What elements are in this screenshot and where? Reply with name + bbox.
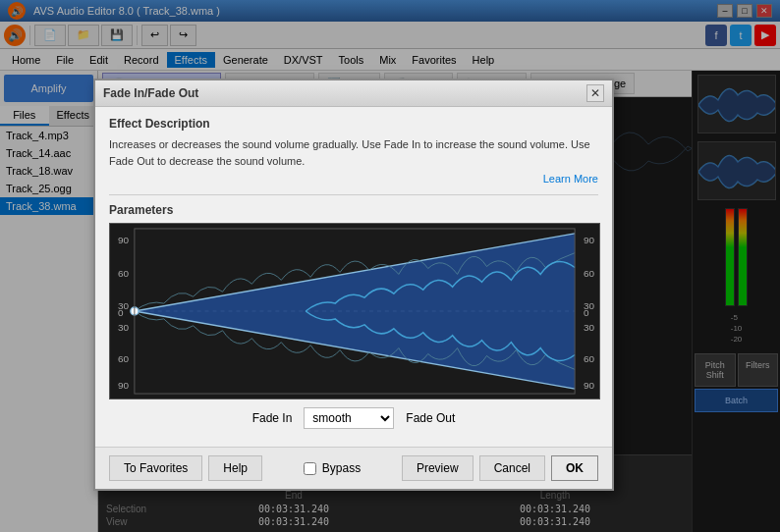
preview-button[interactable]: Preview: [402, 455, 474, 481]
svg-text:60: 60: [584, 353, 595, 364]
svg-text:60: 60: [584, 268, 595, 279]
svg-text:30: 30: [584, 322, 595, 333]
fade-dialog: Fade In/Fade Out ✕ Effect Description In…: [93, 79, 614, 491]
svg-text:0: 0: [118, 307, 124, 318]
bypass-row: Bypass: [304, 461, 361, 475]
cancel-button[interactable]: Cancel: [479, 455, 545, 481]
effect-desc-title: Effect Description: [109, 117, 598, 131]
modal-titlebar: Fade In/Fade Out ✕: [95, 80, 612, 107]
svg-text:0: 0: [584, 307, 589, 318]
fade-in-label: Fade In: [252, 411, 293, 425]
svg-text:90: 90: [584, 235, 595, 245]
ok-button[interactable]: OK: [551, 455, 598, 481]
svg-text:90: 90: [118, 380, 130, 391]
svg-text:60: 60: [118, 353, 130, 364]
svg-text:90: 90: [584, 380, 595, 391]
modal-overlay: Fade In/Fade Out ✕ Effect Description In…: [0, 0, 780, 532]
learn-more-link[interactable]: Learn More: [109, 173, 598, 185]
svg-text:60: 60: [118, 268, 130, 279]
bypass-label: Bypass: [322, 461, 361, 475]
bypass-checkbox[interactable]: [304, 462, 316, 475]
modal-buttons: To Favorites Help Bypass Preview Cancel …: [95, 447, 612, 489]
svg-text:90: 90: [118, 235, 130, 245]
modal-body: Effect Description Increases or decrease…: [95, 107, 612, 447]
fade-out-label: Fade Out: [406, 411, 455, 425]
modal-close-button[interactable]: ✕: [586, 84, 604, 102]
params-title: Parameters: [109, 194, 598, 217]
fade-type-dropdown[interactable]: smooth linear exponential: [304, 407, 394, 429]
fade-controls: Fade In smooth linear exponential Fade O…: [109, 399, 598, 437]
fade-waveform-svg: 90 60 30 0 30 60 90 90 60 30 0 30 60 90: [110, 224, 599, 399]
waveform-visualization: 90 60 30 0 30 60 90 90 60 30 0 30 60 90: [109, 223, 600, 399]
to-favorites-button[interactable]: To Favorites: [109, 455, 202, 481]
modal-title: Fade In/Fade Out: [103, 86, 198, 100]
help-button[interactable]: Help: [208, 455, 262, 481]
svg-text:30: 30: [118, 322, 130, 333]
effect-desc-text: Increases or decreases the sound volume …: [109, 136, 598, 169]
